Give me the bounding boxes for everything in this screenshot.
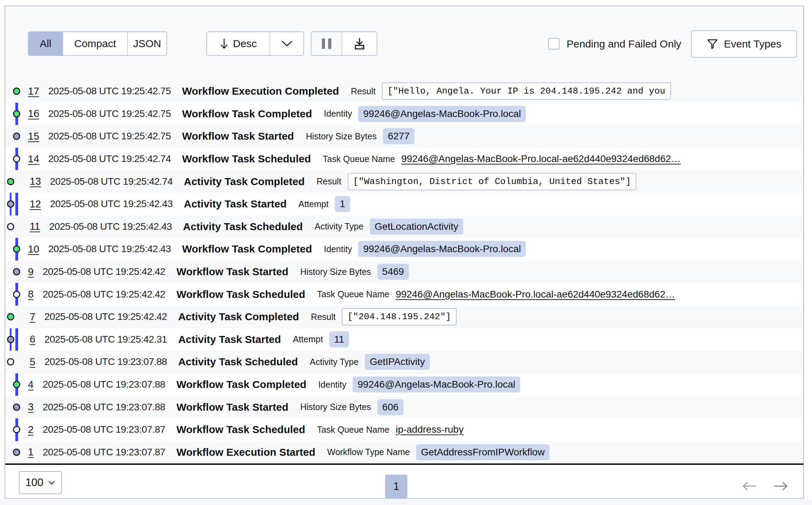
event-timestamp: 2025-05-08 UTC 19:25:42.31 (44, 334, 167, 345)
event-row[interactable]: 92025-05-08 UTC 19:25:42.42Workflow Task… (5, 261, 803, 283)
event-timestamp: 2025-05-08 UTC 19:25:42.42 (43, 289, 165, 300)
event-name: Activity Task Scheduled (183, 221, 303, 233)
event-row[interactable]: 142025-05-08 UTC 19:25:42.74Workflow Tas… (5, 148, 803, 170)
event-id-link[interactable]: 7 (30, 311, 35, 323)
pause-button[interactable] (311, 32, 341, 55)
event-row[interactable]: 102025-05-08 UTC 19:25:42.43Workflow Tas… (5, 238, 803, 261)
pause-icon (322, 38, 331, 49)
page-top-strip (0, 0, 812, 6)
event-status-dot (13, 291, 20, 298)
event-id-link[interactable]: 2 (28, 424, 34, 436)
event-id-link[interactable]: 3 (28, 401, 34, 413)
event-row[interactable]: 62025-05-08 UTC 19:25:42.31Activity Task… (5, 328, 803, 351)
event-attr-value: ["204.148.195.242"] (342, 308, 456, 325)
sort-desc-button[interactable]: Desc (207, 32, 270, 55)
event-history-panel: AllCompactJSON Desc (5, 6, 804, 499)
event-status-dot (7, 313, 14, 321)
event-status-dot (13, 426, 20, 433)
event-status-dot (13, 88, 20, 95)
event-attr-value: 1 (335, 196, 350, 212)
event-name: Workflow Task Scheduled (182, 153, 311, 165)
event-timestamp: 2025-05-08 UTC 19:23:07.88 (43, 379, 165, 390)
event-row[interactable]: 72025-05-08 UTC 19:25:42.42Activity Task… (5, 306, 803, 328)
view-tab-all[interactable]: All (29, 32, 62, 55)
event-timestamp: 2025-05-08 UTC 19:25:42.74 (50, 176, 172, 187)
event-attr-value[interactable]: ip-address-ruby (396, 424, 464, 435)
event-attr-label: Identity (318, 380, 347, 390)
event-types-button[interactable]: Event Types (691, 30, 797, 58)
event-status-dot (13, 381, 20, 388)
sort-control: Desc (206, 31, 304, 56)
event-attr-value: ["Washington, District of Columbia, Unit… (348, 173, 637, 190)
event-attr-label: History Size Bytes (306, 131, 377, 141)
arrow-down-icon (220, 38, 229, 50)
event-id-link[interactable]: 6 (30, 334, 35, 345)
event-row[interactable]: 162025-05-08 UTC 19:25:42.75Workflow Tas… (5, 103, 803, 125)
event-attr-label: Task Queue Name (323, 154, 395, 164)
download-button[interactable] (341, 32, 377, 55)
event-timestamp: 2025-05-08 UTC 19:25:42.42 (44, 311, 167, 322)
pending-failed-checkbox[interactable] (548, 38, 560, 50)
event-attr-value[interactable]: 99246@Angelas-MacBook-Pro.local-ae62d440… (401, 153, 681, 164)
event-attr-value[interactable]: 99246@Angelas-MacBook-Pro.local-ae62d440… (396, 289, 675, 300)
view-tab-json[interactable]: JSON (127, 32, 167, 55)
event-status-dot (13, 246, 20, 253)
event-id-link[interactable]: 10 (28, 243, 39, 255)
event-row[interactable]: 112025-05-08 UTC 19:25:42.43Activity Tas… (5, 215, 803, 238)
pending-failed-label: Pending and Failed Only (567, 36, 681, 52)
event-id-link[interactable]: 4 (28, 379, 34, 390)
event-id-link[interactable]: 17 (28, 86, 39, 97)
event-attr-value: ["Hello, Angela. Your IP is 204.148.195.… (382, 82, 671, 100)
event-id-link[interactable]: 14 (28, 153, 39, 165)
event-id-link[interactable]: 13 (30, 176, 41, 187)
event-row[interactable]: 152025-05-08 UTC 19:25:42.75Workflow Tas… (5, 125, 803, 148)
event-status-dot (13, 448, 20, 456)
event-name: Workflow Execution Completed (182, 85, 339, 97)
event-row[interactable]: 172025-05-08 UTC 19:25:42.75Workflow Exe… (5, 80, 803, 103)
current-page-button[interactable]: 1 (385, 475, 407, 498)
event-row[interactable]: 22025-05-08 UTC 19:23:07.87Workflow Task… (5, 418, 803, 441)
previous-page-arrow[interactable] (741, 481, 758, 491)
event-history-screen: AllCompactJSON Desc (0, 0, 812, 505)
event-attr-label: Result (311, 312, 336, 322)
event-name: Workflow Task Started (182, 130, 294, 142)
event-row[interactable]: 32025-05-08 UTC 19:23:07.88Workflow Task… (5, 396, 803, 418)
next-page-arrow[interactable] (773, 481, 789, 491)
event-row[interactable]: 52025-05-08 UTC 19:23:07.88Activity Task… (5, 351, 803, 373)
event-status-dot (7, 200, 14, 208)
chevron-down-icon (48, 481, 55, 485)
event-row[interactable]: 42025-05-08 UTC 19:23:07.88Workflow Task… (5, 373, 803, 396)
event-name: Workflow Task Completed (182, 108, 312, 120)
event-id-link[interactable]: 5 (30, 356, 35, 368)
event-id-link[interactable]: 9 (28, 266, 34, 278)
event-row[interactable]: 122025-05-08 UTC 19:25:42.43Activity Tas… (5, 193, 803, 215)
event-attr-label: Identity (324, 244, 352, 254)
event-name: Workflow Task Completed (182, 243, 312, 255)
page-size-select[interactable]: 100 (19, 471, 62, 494)
event-id-link[interactable]: 11 (30, 221, 40, 232)
page-left-strip (0, 0, 5, 499)
event-timestamp: 2025-05-08 UTC 19:25:42.43 (49, 221, 172, 232)
event-row[interactable]: 132025-05-08 UTC 19:25:42.74Activity Tas… (5, 170, 803, 193)
event-id-link[interactable]: 8 (28, 288, 34, 300)
event-timestamp: 2025-05-08 UTC 19:25:42.74 (48, 153, 171, 164)
view-tab-compact[interactable]: Compact (62, 32, 127, 55)
stream-download-control (311, 31, 377, 56)
event-id-link[interactable]: 1 (28, 446, 34, 458)
event-row[interactable]: 12025-05-08 UTC 19:23:07.87Workflow Exec… (5, 441, 803, 464)
chevron-down-icon (281, 40, 293, 47)
event-attr-label: Task Queue Name (317, 289, 389, 299)
event-row[interactable]: 82025-05-08 UTC 19:25:42.42Workflow Task… (5, 283, 803, 306)
event-name: Activity Task Scheduled (178, 356, 298, 368)
event-attr-value: 606 (377, 399, 404, 415)
event-attr-value: GetAddressFromIPWorkflow (416, 444, 549, 460)
event-status-dot (7, 358, 14, 366)
event-id-link[interactable]: 12 (30, 198, 41, 210)
event-attr-label: History Size Bytes (300, 402, 371, 412)
event-name: Workflow Task Scheduled (176, 288, 305, 300)
event-timestamp: 2025-05-08 UTC 19:25:42.42 (43, 266, 165, 277)
event-id-link[interactable]: 15 (28, 131, 39, 142)
event-attr-label: Workflow Type Name (327, 447, 410, 457)
event-id-link[interactable]: 16 (28, 108, 39, 119)
sort-options-dropdown-button[interactable] (270, 32, 303, 55)
